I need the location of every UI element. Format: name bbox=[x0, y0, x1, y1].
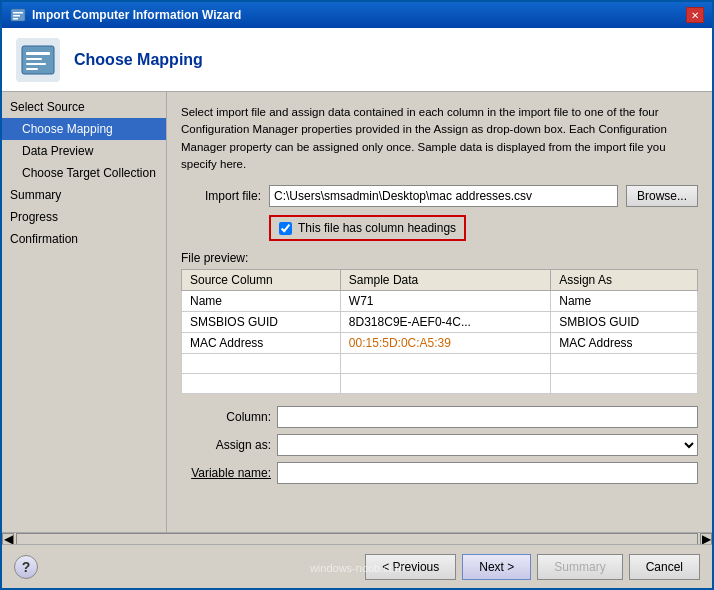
import-file-label: Import file: bbox=[181, 189, 261, 203]
column-row: Column: bbox=[181, 406, 698, 428]
content-area: Select Source Choose Mapping Data Previe… bbox=[2, 92, 712, 532]
sample-col-1: 8D318C9E-AEF0-4C... bbox=[340, 312, 550, 333]
col-header-sample: Sample Data bbox=[340, 270, 550, 291]
main-panel: Select import file and assign data conta… bbox=[167, 92, 712, 532]
title-bar-left: Import Computer Information Wizard bbox=[10, 7, 241, 23]
svg-rect-9 bbox=[26, 68, 38, 70]
footer-left: ? bbox=[14, 555, 38, 579]
sidebar-item-select-source[interactable]: Select Source bbox=[2, 96, 166, 118]
sidebar: Select Source Choose Mapping Data Previe… bbox=[2, 92, 167, 532]
help-button[interactable]: ? bbox=[14, 555, 38, 579]
svg-rect-3 bbox=[13, 18, 18, 20]
next-button[interactable]: Next > bbox=[462, 554, 531, 580]
col-header-assign: Assign As bbox=[551, 270, 698, 291]
column-label: Column: bbox=[181, 410, 271, 424]
column-headings-checkbox[interactable] bbox=[279, 222, 292, 235]
header-bar: Choose Mapping bbox=[2, 28, 712, 92]
wizard-title-icon bbox=[10, 7, 26, 23]
footer-right: < Previous Next > Summary Cancel bbox=[365, 554, 700, 580]
sidebar-item-confirmation[interactable]: Confirmation bbox=[2, 228, 166, 250]
previous-button[interactable]: < Previous bbox=[365, 554, 456, 580]
sample-col-2: 00:15:5D:0C:A5:39 bbox=[340, 333, 550, 354]
wizard-window: Import Computer Information Wizard ✕ Cho… bbox=[0, 0, 714, 590]
table-row: Name W71 Name bbox=[182, 291, 698, 312]
browse-button[interactable]: Browse... bbox=[626, 185, 698, 207]
column-headings-row: This file has column headings bbox=[269, 215, 466, 241]
table-row-empty bbox=[182, 354, 698, 374]
header-title: Choose Mapping bbox=[74, 51, 203, 69]
col-header-source: Source Column bbox=[182, 270, 341, 291]
sidebar-item-choose-target[interactable]: Choose Target Collection bbox=[2, 162, 166, 184]
scroll-right[interactable]: ▶ bbox=[700, 533, 712, 545]
svg-rect-7 bbox=[26, 58, 42, 60]
column-input[interactable] bbox=[277, 406, 698, 428]
table-row-empty bbox=[182, 374, 698, 394]
assign-col-1: SMBIOS GUID bbox=[551, 312, 698, 333]
assign-col-0: Name bbox=[551, 291, 698, 312]
source-col-0: Name bbox=[182, 291, 341, 312]
cancel-button[interactable]: Cancel bbox=[629, 554, 700, 580]
sidebar-item-progress[interactable]: Progress bbox=[2, 206, 166, 228]
source-col-1: SMSBIOS GUID bbox=[182, 312, 341, 333]
description-text: Select import file and assign data conta… bbox=[181, 104, 698, 173]
sidebar-item-summary[interactable]: Summary bbox=[2, 184, 166, 206]
preview-table: Source Column Sample Data Assign As Name… bbox=[181, 269, 698, 394]
file-preview-label: File preview: bbox=[181, 251, 698, 265]
svg-rect-1 bbox=[13, 12, 23, 14]
column-headings-label[interactable]: This file has column headings bbox=[298, 221, 456, 235]
sample-col-0: W71 bbox=[340, 291, 550, 312]
summary-button[interactable]: Summary bbox=[537, 554, 622, 580]
variable-name-row: Variable name: bbox=[181, 462, 698, 484]
title-bar: Import Computer Information Wizard ✕ bbox=[2, 2, 712, 28]
scrollbar: ◀ ▶ bbox=[2, 532, 712, 544]
sidebar-item-data-preview[interactable]: Data Preview bbox=[2, 140, 166, 162]
table-row: MAC Address 00:15:5D:0C:A5:39 MAC Addres… bbox=[182, 333, 698, 354]
footer-bar: ? < Previous Next > Summary Cancel bbox=[2, 544, 712, 588]
import-file-row: Import file: Browse... bbox=[181, 185, 698, 207]
assign-as-row: Assign as: bbox=[181, 434, 698, 456]
window-title: Import Computer Information Wizard bbox=[32, 8, 241, 22]
import-file-input[interactable] bbox=[269, 185, 618, 207]
svg-rect-2 bbox=[13, 15, 20, 17]
svg-rect-6 bbox=[26, 52, 50, 55]
table-row: SMSBIOS GUID 8D318C9E-AEF0-4C... SMBIOS … bbox=[182, 312, 698, 333]
scroll-track bbox=[16, 533, 698, 545]
source-col-2: MAC Address bbox=[182, 333, 341, 354]
scroll-left[interactable]: ◀ bbox=[2, 533, 14, 545]
assign-col-2: MAC Address bbox=[551, 333, 698, 354]
assign-as-label: Assign as: bbox=[181, 438, 271, 452]
sidebar-item-choose-mapping[interactable]: Choose Mapping bbox=[2, 118, 166, 140]
variable-name-input[interactable] bbox=[277, 462, 698, 484]
close-button[interactable]: ✕ bbox=[686, 7, 704, 23]
wizard-header-icon bbox=[14, 36, 62, 84]
variable-name-label: Variable name: bbox=[181, 466, 271, 480]
svg-rect-8 bbox=[26, 63, 46, 65]
assign-as-select[interactable] bbox=[277, 434, 698, 456]
